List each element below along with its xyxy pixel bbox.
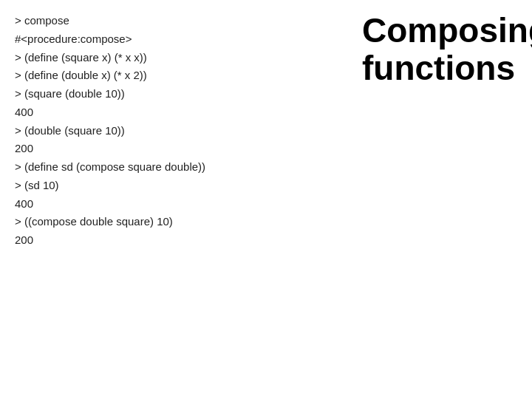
repl-panel: > compose#<procedure:compose>> (define (… [15,12,355,387]
repl-line: > compose [15,12,340,30]
repl-line: > (double (square 10)) [15,122,340,140]
page-layout: > compose#<procedure:compose>> (define (… [0,0,532,399]
repl-line: 400 [15,195,340,214]
title-line1: Composing [362,12,532,50]
repl-line: > ((compose double square) 10) [15,213,340,231]
repl-line: 200 [15,231,340,250]
repl-line: > (sd 10) [15,177,340,195]
title-block: Composing functions [362,12,532,86]
repl-line: > (define (double x) (* x 2)) [15,66,340,85]
repl-line: #<procedure:compose> [15,30,340,49]
title-panel: Composing functions [355,12,517,387]
repl-line: > (define (square x) (* x x)) [15,49,340,67]
title-line2: functions [362,50,532,87]
repl-line: 200 [15,140,340,158]
repl-line: 400 [15,103,340,122]
repl-line: > (square (double 10)) [15,85,340,103]
repl-line: > (define sd (compose square double)) [15,158,340,177]
